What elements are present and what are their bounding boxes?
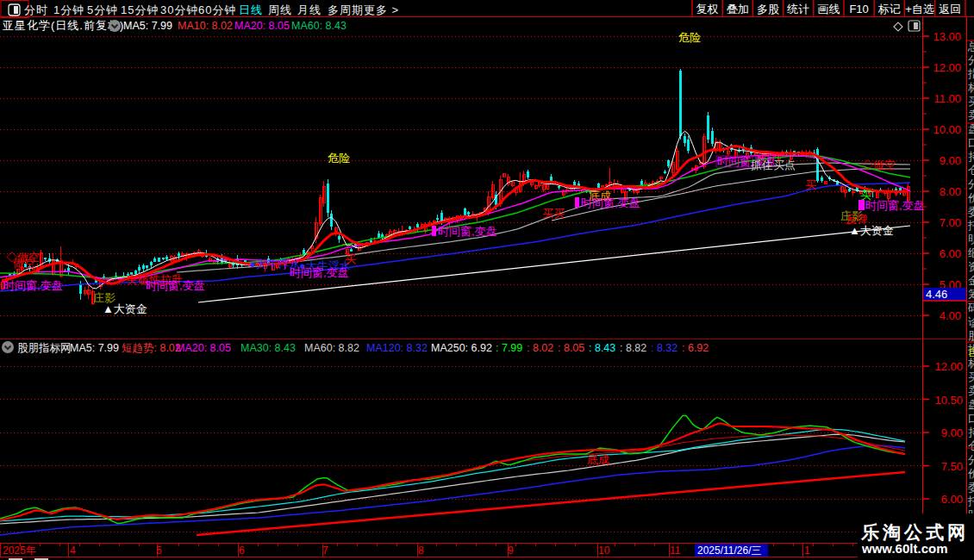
svg-text:1: 1: [804, 544, 810, 557]
svg-text:底成: 底成: [587, 453, 609, 466]
svg-text:更多 >: 更多 >: [364, 3, 399, 16]
svg-text:筹: 筹: [968, 288, 974, 301]
svg-text:10.00: 10.00: [933, 123, 961, 136]
svg-text:MA60: 8.82: MA60: 8.82: [304, 342, 359, 354]
svg-text:MA10: 8.02: MA10: 8.02: [178, 20, 233, 32]
svg-text:返回: 返回: [939, 3, 961, 16]
svg-text:MA20: 8.05: MA20: 8.05: [234, 20, 290, 32]
svg-text:11.00: 11.00: [933, 92, 961, 105]
svg-text:买买: 买买: [542, 207, 565, 220]
svg-text:分: 分: [968, 53, 974, 66]
svg-text:: 8.05: : 8.05: [558, 342, 584, 354]
svg-text:短趋势: 8.02: 短趋势: 8.02: [122, 342, 181, 354]
svg-text:口: 口: [968, 412, 974, 425]
svg-text:买: 买: [345, 252, 356, 265]
svg-text:4.00: 4.00: [940, 309, 961, 322]
svg-text:MA30: 8.43: MA30: 8.43: [240, 342, 296, 354]
svg-text:分: 分: [968, 453, 974, 466]
svg-text:月线: 月线: [297, 3, 322, 16]
svg-text:5分钟: 5分钟: [87, 3, 118, 16]
svg-text:4: 4: [70, 544, 76, 557]
svg-text:卖: 卖: [968, 384, 974, 397]
svg-text:5: 5: [156, 544, 162, 557]
svg-text:周线: 周线: [268, 3, 292, 16]
svg-text:F10: F10: [849, 3, 868, 16]
svg-text:细: 细: [968, 246, 974, 259]
svg-text:: 8.32: : 8.32: [651, 342, 677, 354]
svg-text:做空: 做空: [13, 257, 35, 270]
svg-text:价: 价: [967, 467, 974, 480]
svg-text:: 7.99: : 7.99: [496, 342, 522, 354]
svg-text:8.00: 8.00: [940, 185, 961, 198]
svg-text:持: 持: [968, 426, 974, 439]
svg-text:+自选: +自选: [905, 3, 934, 16]
svg-text:危险: 危险: [678, 31, 701, 44]
svg-text:◇做空: ◇做空: [862, 159, 896, 171]
svg-text:12.00: 12.00: [933, 61, 961, 74]
svg-text:委: 委: [968, 481, 974, 494]
svg-text:2025年: 2025年: [3, 544, 36, 557]
svg-text:买: 买: [968, 95, 974, 108]
svg-text:6.00: 6.00: [941, 493, 963, 506]
svg-text:9.00: 9.00: [941, 426, 963, 439]
svg-text:MA250: 6.92: MA250: 6.92: [431, 342, 492, 354]
svg-text:盘: 盘: [968, 398, 974, 411]
svg-text:MA60: 8.43: MA60: 8.43: [291, 20, 347, 32]
svg-text:多周期: 多周期: [328, 3, 364, 16]
svg-text:乐淘公式网: 乐淘公式网: [860, 522, 969, 542]
svg-text:4.46: 4.46: [926, 288, 947, 301]
svg-text:9.00: 9.00: [940, 154, 961, 167]
svg-text:买: 买: [968, 370, 974, 383]
svg-text:仓: 仓: [968, 164, 974, 177]
svg-text:13.00: 13.00: [933, 30, 961, 43]
svg-text:10.50: 10.50: [934, 394, 963, 407]
svg-text:www.60lt.com: www.60lt.com: [861, 541, 947, 556]
svg-text:: 8.02: : 8.02: [527, 342, 553, 354]
svg-text:MA5: 7.99: MA5: 7.99: [123, 20, 172, 32]
svg-text:8: 8: [418, 544, 424, 557]
svg-text:1分钟: 1分钟: [53, 3, 84, 16]
svg-text:分时: 分时: [24, 3, 48, 16]
svg-text:2025/11/26/三: 2025/11/26/三: [697, 544, 762, 557]
svg-text:时间窗,变盘: 时间窗,变盘: [3, 279, 63, 292]
svg-text:6: 6: [239, 544, 245, 557]
svg-text:标记: 标记: [878, 3, 901, 16]
svg-text:托: 托: [967, 219, 974, 232]
svg-text:10: 10: [598, 544, 610, 557]
svg-text:股: 股: [968, 329, 974, 342]
svg-text:托: 托: [967, 495, 974, 507]
svg-text:口: 口: [968, 136, 974, 149]
svg-text:金: 金: [968, 274, 974, 287]
svg-text:抓住买点: 抓住买点: [750, 159, 796, 171]
svg-text:标: 标: [968, 81, 974, 94]
svg-text:: 6.92: : 6.92: [682, 342, 709, 354]
svg-text:分: 分: [968, 177, 974, 190]
svg-text:日线: 日线: [239, 3, 263, 16]
svg-text:时间窗,变盘: 时间窗,变盘: [438, 225, 497, 238]
svg-text:时间窗,变盘: 时间窗,变盘: [865, 199, 925, 212]
svg-text:时间窗,变盘: 时间窗,变盘: [581, 196, 640, 209]
svg-text:叠加: 叠加: [727, 3, 749, 16]
svg-text:: 8.82: : 8.82: [620, 342, 646, 354]
svg-text:诊: 诊: [968, 315, 974, 328]
svg-text:仓: 仓: [968, 439, 974, 452]
svg-text:持: 持: [968, 150, 974, 163]
svg-text:: 8.43: : 8.43: [589, 342, 615, 354]
svg-text:7: 7: [322, 544, 328, 557]
svg-text:价: 价: [967, 191, 974, 204]
svg-text:卖: 卖: [968, 109, 974, 121]
svg-text:股朋指标网: 股朋指标网: [17, 342, 72, 354]
svg-text:▲大资金: ▲大资金: [849, 224, 894, 237]
svg-text:7.00: 7.00: [940, 216, 961, 229]
svg-text:码: 码: [967, 302, 974, 314]
svg-text:MA20: 8.05: MA20: 8.05: [176, 342, 231, 354]
svg-text:12.00: 12.00: [934, 360, 963, 373]
svg-text:委: 委: [968, 205, 974, 218]
svg-text:买: 买: [805, 178, 816, 191]
svg-text:盘: 盘: [968, 122, 974, 135]
svg-text:多股: 多股: [757, 3, 779, 16]
svg-text:60分钟: 60分钟: [198, 3, 236, 16]
svg-text:时间窗,变盘: 时间窗,变盘: [290, 266, 349, 279]
svg-text:9: 9: [508, 544, 514, 557]
svg-text:总: 总: [967, 40, 974, 53]
